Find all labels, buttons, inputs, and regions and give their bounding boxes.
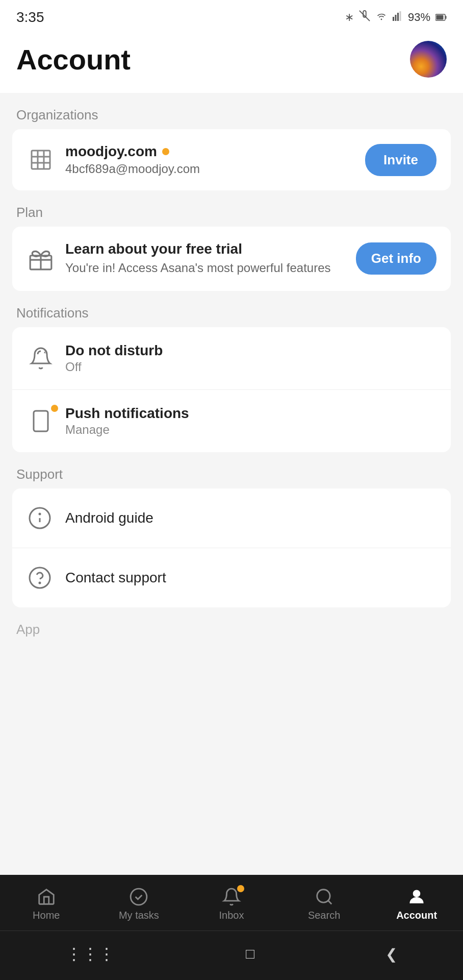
svg-rect-2 [395,15,396,21]
svg-line-0 [359,11,370,21]
notifications-section-label: Notifications [0,291,463,327]
page-title: Account [16,43,131,76]
svg-text:z: z [44,349,46,354]
dnd-row[interactable]: z Do not disturb Off [12,327,451,390]
plan-section-label: Plan [0,190,463,227]
svg-rect-3 [397,13,399,21]
org-info: moodjoy.com 4bcf689a@moodjoy.com [65,143,355,176]
push-notif-title: Push notifications [65,405,436,422]
android-nav-bar: ⋮⋮⋮ □ ❮ [0,930,463,980]
person-icon [407,887,426,906]
svg-point-21 [414,890,420,897]
svg-rect-1 [393,17,394,21]
android-guide-text: Android guide [65,510,153,526]
content-area: Organizations moodjoy.com 4bcf689a@moodj… [0,93,463,758]
bluetooth-icon: ∗ [345,11,354,24]
page-header: Account [0,31,463,93]
inbox-badge-dot [237,885,244,892]
support-section-label: Support [0,452,463,488]
notifications-card: z Do not disturb Off Push notifications … [12,327,451,452]
get-info-button[interactable]: Get info [356,242,436,275]
bottom-nav: Home My tasks Inbox [0,875,463,930]
home-icon [37,887,56,906]
contact-support-row[interactable]: Contact support [12,548,451,607]
svg-rect-8 [32,151,50,169]
nav-item-account[interactable]: Account [370,883,463,925]
android-menu-btn[interactable]: ⋮⋮⋮ [49,940,131,968]
push-badge-dot [51,405,58,412]
bell-icon [222,887,241,906]
org-email: 4bcf689a@moodjoy.com [65,162,355,176]
svg-rect-4 [399,11,401,21]
push-notif-subtitle: Manage [65,423,436,437]
nav-item-search[interactable]: Search [278,883,371,925]
dnd-subtitle: Off [65,360,436,374]
status-bar: 3:35 ∗ 93% [0,0,463,31]
plan-subtitle: You're in! Access Asana's most powerful … [65,259,346,277]
gift-icon [27,244,55,273]
org-row[interactable]: moodjoy.com 4bcf689a@moodjoy.com Invite [12,129,451,190]
status-icons: ∗ 93% [345,10,447,24]
plan-title: Learn about your free trial [65,241,346,257]
help-circle-icon [27,565,53,591]
android-home-btn[interactable]: □ [229,942,271,966]
push-notif-row[interactable]: Push notifications Manage [12,390,451,452]
check-circle-icon [129,887,148,906]
nav-inbox-label: Inbox [219,910,244,921]
avatar[interactable] [410,41,447,78]
svg-point-18 [131,889,147,905]
org-name-text: moodjoy.com [65,143,157,160]
org-building-icon [27,145,55,174]
svg-rect-11 [34,411,48,431]
nav-search-label: Search [308,910,340,921]
push-notif-text: Push notifications Manage [65,405,436,437]
android-guide-row[interactable]: Android guide [12,488,451,548]
push-notif-icon [27,407,55,435]
nav-item-mytasks[interactable]: My tasks [93,883,186,925]
info-circle-icon [27,505,53,531]
dnd-icon: z [27,344,55,373]
nav-mytasks-label: My tasks [119,910,159,921]
battery-icon [435,11,447,24]
battery-text: 93% [408,11,430,24]
org-name-row: moodjoy.com [65,143,355,160]
plan-row[interactable]: Learn about your free trial You're in! A… [12,227,451,291]
svg-line-20 [328,900,331,904]
dnd-title: Do not disturb [65,342,436,359]
support-card: Android guide Contact support [12,488,451,607]
signal-icon [393,11,403,24]
svg-point-16 [30,568,50,588]
nav-item-inbox[interactable]: Inbox [185,883,278,925]
nav-home-label: Home [33,910,60,921]
organizations-section-label: Organizations [0,93,463,129]
plan-card: Learn about your free trial You're in! A… [12,227,451,291]
org-active-dot [162,148,169,155]
nav-account-label: Account [396,910,437,921]
contact-support-text: Contact support [65,570,166,586]
svg-rect-7 [446,16,447,19]
organizations-card: moodjoy.com 4bcf689a@moodjoy.com Invite [12,129,451,190]
wifi-icon [375,10,388,24]
svg-point-19 [317,890,329,902]
plan-info: Learn about your free trial You're in! A… [65,241,346,277]
status-time: 3:35 [16,9,44,26]
dnd-text: Do not disturb Off [65,342,436,374]
nav-item-home[interactable]: Home [0,883,93,925]
app-section-label: App [0,607,463,646]
search-icon [315,887,334,906]
bottom-nav-container: Home My tasks Inbox [0,875,463,980]
svg-rect-6 [436,15,444,20]
mute-icon [359,10,370,24]
android-back-btn[interactable]: ❮ [369,942,414,967]
invite-button[interactable]: Invite [365,144,436,176]
